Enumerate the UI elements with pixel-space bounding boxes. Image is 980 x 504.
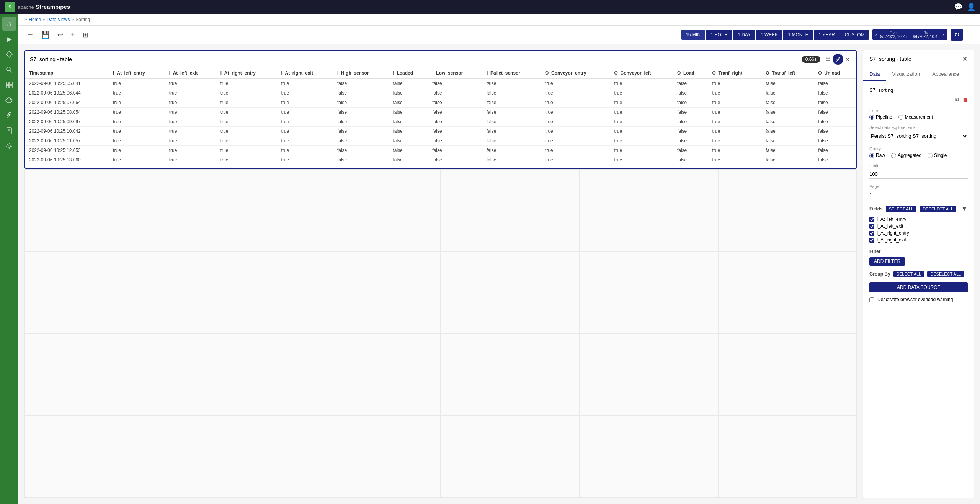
table-cell: false	[483, 146, 541, 155]
time-range-prev[interactable]: ‹	[875, 32, 877, 38]
empty-cell	[24, 169, 163, 251]
table-cell: false	[814, 165, 856, 168]
from-pipeline-option[interactable]: Pipeline	[869, 114, 892, 120]
add-filter-button[interactable]: ADD FILTER	[869, 257, 905, 266]
select-all-fields-button[interactable]: SELECT ALL	[886, 206, 917, 212]
empty-cell	[302, 416, 441, 498]
sidebar-item-grid[interactable]	[2, 78, 16, 92]
tab-visualization[interactable]: Visualization	[886, 68, 926, 81]
edit-button[interactable]	[833, 54, 843, 65]
table-cell: false	[389, 155, 428, 165]
table-cell: true	[165, 146, 217, 155]
delete-datasource-button[interactable]: 🗑	[962, 96, 968, 103]
svg-rect-7	[6, 85, 9, 88]
sidebar-item-cloud[interactable]	[2, 93, 16, 107]
sidebar-item-pipeline[interactable]	[2, 47, 16, 61]
sidebar-item-files[interactable]	[2, 124, 16, 138]
col-i-low-sensor: I_Low_sensor	[428, 68, 483, 78]
table-cell: false	[814, 155, 856, 165]
sink-select[interactable]: Persist S7_sorting S7_sorting	[869, 131, 968, 141]
save-button[interactable]: 💾	[39, 29, 52, 41]
sidebar-item-home[interactable]: ⌂	[2, 17, 16, 31]
group-by-deselect-all-button[interactable]: DESELECT ALL	[927, 271, 964, 277]
sidebar-item-play[interactable]: ▶	[2, 32, 16, 46]
download-button[interactable]	[823, 55, 833, 64]
table-cell: false	[483, 165, 541, 168]
breadcrumb-home-link[interactable]: Home	[29, 17, 41, 22]
query-raw-option[interactable]: Raw	[869, 153, 885, 158]
from-measurement-radio[interactable]	[898, 115, 903, 120]
field-checkbox-1[interactable]	[869, 217, 874, 222]
chat-icon[interactable]: 💬	[954, 3, 962, 11]
from-pipeline-radio[interactable]	[869, 115, 874, 120]
breadcrumb-data-views-link[interactable]: Data Views	[47, 17, 70, 22]
undo-button[interactable]: ↩	[55, 29, 65, 41]
table-cell: true	[165, 117, 217, 127]
from-measurement-option[interactable]: Measurement	[898, 114, 933, 120]
time-btn-1week[interactable]: 1 WEEK	[756, 30, 782, 40]
field-checkbox-4[interactable]	[869, 238, 874, 243]
fields-expand-icon[interactable]: ▼	[961, 205, 968, 213]
tab-appearance[interactable]: Appearance	[926, 68, 965, 81]
breadcrumb-sorting: Sorting	[75, 17, 90, 22]
right-panel-close-button[interactable]: ✕	[962, 55, 968, 63]
limit-input[interactable]	[869, 170, 968, 179]
deactivate-checkbox[interactable]	[869, 297, 874, 302]
deselect-all-fields-button[interactable]: DESELECT ALL	[920, 206, 956, 212]
query-raw-radio[interactable]	[869, 153, 874, 158]
time-btn-1year[interactable]: 1 YEAR	[814, 30, 839, 40]
add-data-source-button[interactable]: ADD DATA SOURCE	[869, 282, 968, 292]
more-options-button[interactable]: ⋮	[966, 30, 974, 39]
time-btn-15min[interactable]: 15 MIN	[681, 30, 705, 40]
table-cell: true	[109, 155, 165, 165]
field-checkbox-3[interactable]	[869, 231, 874, 236]
time-button-group: 15 MIN 1 HOUR 1 DAY 1 WEEK 1 MONTH 1 YEA…	[681, 30, 869, 40]
query-single-option[interactable]: Single	[928, 153, 947, 158]
query-aggregated-label: Aggregated	[898, 153, 921, 158]
table-cell: true	[541, 78, 610, 88]
add-button[interactable]: +	[69, 29, 77, 40]
empty-cell	[441, 334, 579, 416]
svg-line-4	[10, 70, 12, 72]
table-cell: false	[673, 78, 709, 88]
time-btn-1hour[interactable]: 1 HOUR	[706, 30, 732, 40]
empty-cell	[163, 416, 302, 498]
grid-button[interactable]: ⊞	[80, 29, 91, 41]
sidebar-item-search[interactable]	[2, 63, 16, 77]
refresh-button[interactable]: ↻	[951, 29, 963, 41]
sink-label: Select data explorer sink	[869, 125, 968, 130]
time-btn-1day[interactable]: 1 DAY	[733, 30, 755, 40]
close-widget-button[interactable]: ✕	[843, 55, 851, 64]
table-row: 2022-09-06 10:25:09.097truetruetruetruef…	[25, 117, 856, 127]
table-cell: true	[278, 88, 333, 98]
data-source-input[interactable]	[869, 86, 968, 95]
empty-cell	[163, 169, 302, 251]
back-button[interactable]: ←	[24, 29, 36, 40]
time-range-next[interactable]: ›	[942, 32, 944, 38]
group-by-select-all-button[interactable]: SELECT ALL	[893, 271, 924, 277]
user-icon[interactable]: 👤	[967, 3, 975, 11]
copy-datasource-button[interactable]: ⧉	[956, 96, 959, 103]
field-checkbox-2[interactable]	[869, 224, 874, 229]
table-cell: true	[611, 117, 673, 127]
query-aggregated-radio[interactable]	[891, 153, 896, 158]
table-cell: true	[541, 127, 610, 136]
empty-grid	[24, 169, 857, 498]
time-btn-custom[interactable]: CUSTOM	[840, 30, 869, 40]
navbar-right: 💬 👤	[954, 3, 975, 11]
query-aggregated-option[interactable]: Aggregated	[891, 153, 921, 158]
right-panel: S7_sorting - table ✕ Data Visualization …	[863, 50, 974, 498]
time-btn-1month[interactable]: 1 MONTH	[783, 30, 813, 40]
page-input[interactable]	[869, 190, 968, 199]
query-single-radio[interactable]	[928, 153, 933, 158]
table-cell: false	[762, 165, 814, 168]
empty-cell	[718, 416, 857, 498]
sidebar-item-tools[interactable]	[2, 109, 16, 122]
table-cell: false	[389, 78, 428, 88]
tab-data[interactable]: Data	[863, 68, 886, 81]
widget-table: S7_sorting - table 0.66s ✕	[24, 50, 857, 169]
sidebar-item-settings[interactable]	[2, 139, 16, 153]
table-cell: false	[814, 127, 856, 136]
table-cell: false	[333, 127, 389, 136]
table-cell: true	[611, 108, 673, 117]
